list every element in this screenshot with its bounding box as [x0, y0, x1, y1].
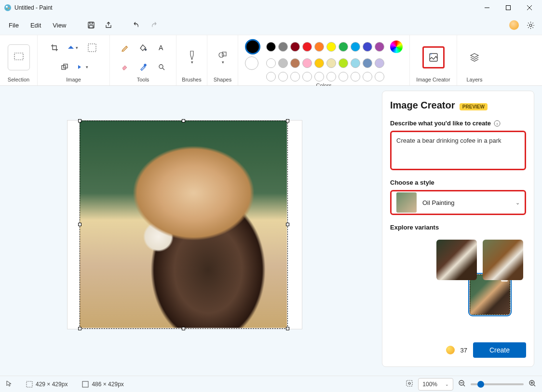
- fit-screen-icon[interactable]: [406, 379, 413, 389]
- settings-icon[interactable]: [522, 17, 539, 33]
- text-icon[interactable]: A: [153, 41, 170, 55]
- undo-icon[interactable]: [128, 17, 145, 33]
- flip-icon[interactable]: ▾: [75, 60, 91, 74]
- ribbon: Selection ▾ ▾ Image A Tools ▾ Brushes ▾ …: [0, 35, 542, 86]
- color-swatch-empty[interactable]: [351, 72, 360, 81]
- redo-icon[interactable]: [145, 17, 163, 33]
- edit-colors-icon[interactable]: [390, 41, 403, 53]
- selection-tool[interactable]: [8, 44, 30, 70]
- canvas-size-icon: [82, 381, 89, 388]
- variant-3[interactable]: [483, 240, 523, 280]
- svg-point-20: [219, 53, 224, 57]
- magnifier-icon[interactable]: [153, 60, 170, 74]
- color-swatch[interactable]: [314, 58, 324, 68]
- crop-icon[interactable]: [46, 41, 63, 55]
- color-secondary[interactable]: [245, 56, 258, 70]
- color-swatch[interactable]: [266, 42, 276, 52]
- svg-point-1: [6, 6, 8, 8]
- credits-count: 37: [461, 347, 467, 354]
- close-button[interactable]: [519, 0, 540, 15]
- preview-badge: PREVIEW: [460, 103, 488, 110]
- share-icon[interactable]: [100, 17, 117, 33]
- window-title: Untitled - Paint: [14, 4, 53, 11]
- pencil-icon[interactable]: [117, 41, 133, 55]
- fill-icon[interactable]: [135, 41, 151, 55]
- color-swatch-empty[interactable]: [314, 72, 324, 81]
- color-swatch-empty[interactable]: [339, 72, 348, 81]
- group-label-tools: Tools: [137, 77, 149, 82]
- save-icon[interactable]: [82, 17, 100, 33]
- zoom-in-icon[interactable]: [528, 379, 536, 389]
- shapes-icon[interactable]: ▾: [213, 50, 232, 65]
- color-swatch[interactable]: [290, 58, 300, 68]
- cursor-icon: [6, 380, 12, 388]
- brush-icon[interactable]: ▾: [182, 50, 202, 65]
- info-icon[interactable]: [494, 120, 501, 127]
- zoom-select[interactable]: 100%⌄: [418, 378, 453, 391]
- svg-point-2: [8, 8, 10, 9]
- eraser-icon[interactable]: [117, 60, 133, 74]
- layers-icon[interactable]: [465, 50, 484, 65]
- svg-point-3: [6, 9, 8, 10]
- color-swatch-empty[interactable]: [278, 72, 288, 81]
- color-swatch[interactable]: [302, 42, 312, 52]
- svg-rect-24: [27, 381, 32, 387]
- color-swatch-empty[interactable]: [290, 72, 300, 81]
- svg-rect-9: [90, 22, 93, 24]
- color-primary[interactable]: [245, 39, 260, 54]
- color-swatch[interactable]: [266, 58, 276, 68]
- color-swatch[interactable]: [278, 58, 288, 68]
- color-swatch[interactable]: [351, 58, 360, 68]
- color-swatch[interactable]: [363, 58, 372, 68]
- style-value: Oil Painting: [422, 199, 509, 206]
- color-swatch[interactable]: [375, 42, 384, 52]
- svg-rect-25: [82, 381, 88, 387]
- chevron-down-icon: ⌄: [515, 200, 520, 206]
- color-swatch-empty[interactable]: [266, 72, 276, 81]
- color-swatch-empty[interactable]: [302, 72, 312, 81]
- color-swatch-empty[interactable]: [326, 72, 336, 81]
- rotate-icon[interactable]: [56, 60, 73, 74]
- color-swatch[interactable]: [339, 58, 348, 68]
- color-swatch[interactable]: [278, 42, 288, 52]
- color-swatch[interactable]: [290, 42, 300, 52]
- color-swatch[interactable]: [363, 42, 372, 52]
- create-button[interactable]: Create: [473, 342, 526, 358]
- zoom-slider[interactable]: [471, 383, 524, 385]
- canvas-area: Image Creator PREVIEW Describe what you'…: [0, 86, 542, 376]
- variant-2[interactable]: [436, 240, 477, 280]
- resize-icon[interactable]: ▾: [65, 41, 81, 55]
- group-label-brushes: Brushes: [182, 77, 201, 82]
- zoom-out-icon[interactable]: [458, 379, 466, 389]
- menu-file[interactable]: File: [3, 19, 25, 32]
- style-dropdown[interactable]: Oil Painting ⌄: [390, 190, 526, 215]
- style-label: Choose a style: [390, 179, 526, 186]
- menubar: File Edit View: [0, 15, 542, 35]
- minimize-button[interactable]: [476, 0, 498, 15]
- svg-rect-5: [506, 6, 511, 10]
- selection-size: 429 × 429px: [36, 381, 68, 388]
- prompt-textarea[interactable]: Create a bear drinking cofee in a park: [390, 131, 526, 170]
- maximize-button[interactable]: [498, 0, 519, 15]
- select-all-icon[interactable]: [83, 41, 101, 55]
- menu-view[interactable]: View: [47, 19, 72, 32]
- color-swatch[interactable]: [351, 42, 360, 52]
- color-swatch[interactable]: [375, 58, 384, 68]
- color-swatch-empty[interactable]: [375, 72, 384, 81]
- image-creator-button[interactable]: [422, 46, 445, 68]
- user-avatar[interactable]: [509, 20, 519, 30]
- eyedropper-icon[interactable]: [135, 60, 151, 74]
- variant-1[interactable]: ⋯: [470, 274, 510, 315]
- svg-text:A: A: [159, 44, 163, 52]
- color-swatch[interactable]: [326, 42, 336, 52]
- svg-point-27: [408, 382, 410, 384]
- image-creator-panel: Image Creator PREVIEW Describe what you'…: [382, 91, 534, 367]
- svg-point-0: [4, 4, 11, 11]
- color-swatch-empty[interactable]: [363, 72, 372, 81]
- menu-edit[interactable]: Edit: [25, 19, 47, 32]
- color-swatch[interactable]: [314, 42, 324, 52]
- color-swatch[interactable]: [339, 42, 348, 52]
- color-swatch[interactable]: [326, 58, 336, 68]
- selection-rect[interactable]: [80, 121, 288, 329]
- color-swatch[interactable]: [302, 58, 312, 68]
